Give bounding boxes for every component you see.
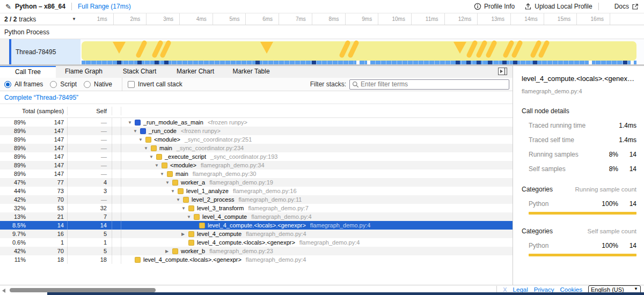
full-range-link[interactable]: Full Range (17ms) bbox=[78, 3, 131, 10]
ruler-tick: 14ms bbox=[511, 13, 544, 25]
horizontal-scrollbar-thumb[interactable] bbox=[10, 288, 156, 292]
column-self[interactable]: Self bbox=[68, 108, 112, 114]
ruler-tick: 12ms bbox=[445, 13, 478, 25]
row-total-samples: 147 bbox=[27, 162, 67, 168]
tab-flame-graph[interactable]: Flame Graph bbox=[56, 66, 112, 78]
call-tree-row[interactable]: 13%217▼level_4_computeflamegraph_demo.py… bbox=[0, 212, 513, 221]
python-category-icon bbox=[162, 163, 167, 168]
python-category-icon bbox=[145, 137, 151, 143]
python-category-icon bbox=[172, 248, 178, 254]
scroll-left-arrow[interactable] bbox=[2, 289, 5, 293]
row-self-samples: 18 bbox=[68, 256, 112, 263]
row-function-cell: ▼_run_module_as_main<frozen runpy> bbox=[121, 119, 513, 126]
call-tree-row[interactable]: 44%733▼level_1_analyzeflamegraph_demo.py… bbox=[0, 187, 513, 195]
call-tree-row[interactable]: 89%147—▼_run_code<frozen runpy> bbox=[0, 127, 513, 135]
timeline-ruler[interactable]: 1ms2ms3ms4ms5ms6ms7ms8ms9ms10ms11ms12ms1… bbox=[80, 13, 644, 25]
category-header: CategoriesSelf sample count bbox=[522, 227, 636, 235]
call-tree-row[interactable]: 9.7%165▶level_4_computeflamegraph_demo.p… bbox=[0, 230, 513, 238]
expand-arrow-icon[interactable]: ▶ bbox=[165, 249, 172, 254]
row-function-cell: ▼<module>flamegraph_demo.py:34 bbox=[121, 162, 513, 168]
thread-track[interactable]: Thread-78495 bbox=[0, 39, 644, 64]
function-name: _execute_script bbox=[165, 153, 206, 160]
collapse-arrow-icon[interactable]: ▼ bbox=[176, 197, 183, 202]
ruler-tick-label: 8ms bbox=[329, 16, 339, 22]
row-total-percent: 89% bbox=[0, 136, 27, 143]
thread-label[interactable]: Thread-78495 bbox=[11, 39, 80, 64]
ruler-tick-label: 16ms bbox=[591, 16, 604, 22]
header-divider bbox=[71, 3, 72, 10]
collapse-arrow-icon[interactable]: ▼ bbox=[128, 120, 135, 125]
process-track-header[interactable]: Python Process bbox=[0, 25, 644, 39]
footer-link-privacy[interactable]: Privacy bbox=[534, 286, 554, 293]
column-total-samples[interactable]: Total (samples) bbox=[0, 108, 67, 114]
call-tree-row[interactable]: 89%147—▼_run_module_as_main<frozen runpy… bbox=[0, 118, 513, 127]
header-divider bbox=[598, 3, 599, 10]
call-tree-row[interactable]: 47%774▼worker_aflamegraph_demo.py:19 bbox=[0, 178, 513, 187]
footer-link-x[interactable]: X bbox=[503, 286, 507, 293]
stat-value: 14 bbox=[618, 151, 636, 158]
call-tree-row[interactable]: 89%147—▼mainflamegraph_demo.py:30 bbox=[0, 169, 513, 178]
tab-call-tree[interactable]: Call Tree bbox=[0, 66, 56, 78]
footer-link-legal[interactable]: Legal bbox=[513, 286, 528, 293]
collapse-arrow-icon[interactable]: ▼ bbox=[171, 189, 178, 194]
profile-info-button[interactable]: Profile Info bbox=[474, 3, 515, 10]
call-tree-row[interactable]: 0.6%11level_4_compute.<locals>.<genexpr>… bbox=[0, 238, 513, 247]
collapse-arrow-icon[interactable]: ▼ bbox=[155, 163, 162, 168]
collapse-arrow-icon[interactable]: ▼ bbox=[133, 129, 140, 134]
category-bar bbox=[529, 212, 636, 215]
stat-value: 1.4ms bbox=[618, 122, 636, 129]
filter-divider bbox=[122, 78, 122, 91]
ruler-tick-label: 15ms bbox=[558, 16, 570, 22]
radio-button-icon bbox=[84, 81, 91, 88]
thread-activity-svg bbox=[80, 39, 639, 64]
collapse-arrow-icon[interactable]: ▼ bbox=[187, 215, 194, 219]
call-tree-header: Total (samples) Self bbox=[0, 104, 513, 118]
call-tree-row[interactable]: 89%147—▼main_sync_coordinator.py:234 bbox=[0, 144, 513, 152]
call-tree-row[interactable]: 89%147—▼<module>_sync_coordinator.py:251 bbox=[0, 135, 513, 144]
tab-bar: Call TreeFlame GraphStack ChartMarker Ch… bbox=[0, 66, 513, 78]
docs-link[interactable]: Docs bbox=[614, 3, 639, 10]
edit-profile-name-icon[interactable]: ✎ bbox=[5, 3, 11, 11]
call-tree-row[interactable]: 42%705▶worker_bflamegraph_demo.py:23 bbox=[0, 247, 513, 255]
call-tree-row[interactable]: 89%147—▼_execute_script_sync_coordinator… bbox=[0, 152, 513, 161]
function-name: _run_code bbox=[149, 128, 177, 134]
call-tree-row[interactable]: 32%5332▼level_3_transformflamegraph_demo… bbox=[0, 204, 513, 212]
collapse-arrow-icon[interactable]: ▼ bbox=[144, 146, 151, 151]
stat-value: 14 bbox=[618, 165, 636, 173]
function-name: level_4_compute.<locals>.<genexpr> bbox=[197, 239, 295, 246]
collapse-arrow-icon[interactable]: ▼ bbox=[149, 154, 156, 159]
tracks-dropdown[interactable]: 2 / 2 tracks ▼ bbox=[0, 13, 80, 25]
call-tree-row[interactable]: 11%1818level_4_compute.<locals>.<genexpr… bbox=[0, 255, 513, 264]
row-self-samples: 5 bbox=[68, 231, 112, 237]
radio-native[interactable]: Native bbox=[84, 80, 112, 88]
invert-call-stack-checkbox[interactable]: Invert call stack bbox=[128, 80, 182, 88]
collapse-arrow-icon[interactable]: ▼ bbox=[181, 206, 188, 211]
collapse-arrow-icon[interactable]: ▼ bbox=[138, 137, 145, 142]
tab-marker-table[interactable]: Marker Table bbox=[223, 66, 279, 78]
row-total-percent: 89% bbox=[0, 162, 27, 168]
footer-link-cookies[interactable]: Cookies bbox=[560, 286, 582, 293]
function-name: worker_a bbox=[181, 179, 205, 186]
tab-stack-chart[interactable]: Stack Chart bbox=[112, 66, 167, 78]
tab-marker-chart[interactable]: Marker Chart bbox=[167, 66, 223, 78]
radio-script[interactable]: Script bbox=[50, 80, 77, 88]
radio-all-frames[interactable]: All frames bbox=[4, 80, 43, 88]
thread-track-graph[interactable] bbox=[80, 39, 644, 64]
call-tree-row[interactable]: 89%147—▼<module>flamegraph_demo.py:34 bbox=[0, 161, 513, 169]
call-tree-row[interactable]: 8.5%1414level_4_compute.<locals>.<genexp… bbox=[0, 221, 513, 230]
expand-arrow-icon[interactable]: ▶ bbox=[181, 232, 188, 237]
ruler-tick-label: 1ms bbox=[97, 16, 107, 22]
breadcrumb-complete-thread[interactable]: Complete “Thread-78495” bbox=[4, 94, 78, 101]
upload-profile-button[interactable]: Upload Local Profile bbox=[524, 3, 592, 10]
collapse-arrow-icon[interactable]: ▼ bbox=[165, 180, 172, 185]
filter-search-box[interactable] bbox=[349, 79, 509, 90]
row-total-samples: 70 bbox=[27, 196, 67, 203]
function-name: _run_module_as_main bbox=[143, 119, 203, 126]
call-tree-row[interactable]: 42%70—▼level_2_processflamegraph_demo.py… bbox=[0, 195, 513, 204]
sidebar-toggle-button[interactable] bbox=[498, 68, 508, 76]
collapse-arrow-icon[interactable]: ▼ bbox=[160, 172, 167, 176]
filter-search-input[interactable] bbox=[361, 80, 507, 88]
row-function-cell: ▼level_1_analyzeflamegraph_demo.py:16 bbox=[121, 188, 513, 194]
python-category-icon bbox=[172, 180, 178, 186]
category-group: CategoriesRunning sample countPython100%… bbox=[522, 186, 636, 215]
